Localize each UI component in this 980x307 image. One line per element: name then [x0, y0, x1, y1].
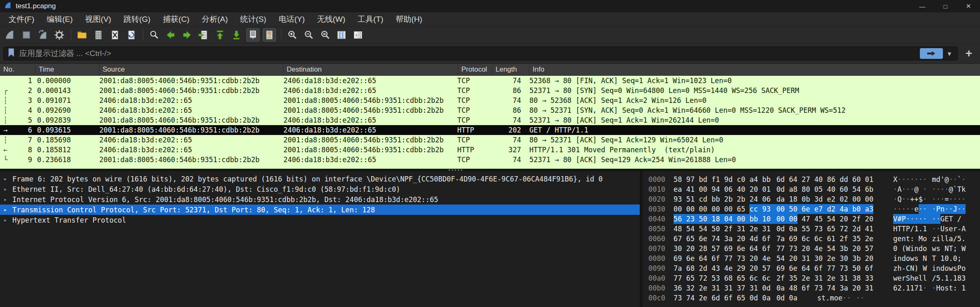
expand-arrow-icon[interactable]: ▸	[4, 186, 7, 192]
cell-destination: 2406:da18:b3d:e202::65	[280, 155, 455, 165]
minimize-button[interactable]: —	[911, 0, 934, 12]
column-header-info[interactable]: Info	[529, 64, 980, 75]
colorize-icon[interactable]	[263, 28, 276, 42]
hex-row-0080[interactable]: 0080 69 6e 64 6f 77 73 20 4e 54 20 31 30…	[648, 254, 980, 263]
apply-filter-button[interactable]	[920, 48, 943, 59]
hex-row-0040[interactable]: 0040 56 23 50 18 04 00 bb 10 00 00 47 45…	[648, 214, 980, 224]
detail-text: Transmission Control Protocol, Src Port:…	[12, 206, 375, 214]
column-header-no[interactable]: No.	[0, 64, 35, 75]
capture-stop-icon[interactable]	[20, 28, 33, 42]
detail-line-3[interactable]: ▸Transmission Control Protocol, Src Port…	[0, 205, 640, 215]
go-bottom-icon[interactable]	[230, 28, 243, 42]
reload-icon[interactable]	[125, 28, 138, 42]
find-packet-icon[interactable]	[147, 28, 161, 42]
column-header-destination[interactable]: Destination	[283, 64, 458, 75]
hex-row-0060[interactable]: 0060 67 65 6e 74 3a 20 4d 6f 7a 69 6c 6c…	[648, 234, 980, 244]
hex-row-00b0[interactable]: 00b0 36 32 2e 31 31 37 31 0d 0a 48 6f 73…	[648, 283, 980, 293]
cell-destination: 2406:da18:b3d:e202::65	[280, 115, 455, 125]
bookmark-icon[interactable]	[7, 48, 15, 59]
packet-row-2[interactable]: ┌20.0001432001:da8:8005:4060:546b:9351:c…	[0, 86, 980, 95]
horizontal-splitter[interactable]: ●●●●●	[0, 169, 980, 171]
menu-item-2[interactable]: 视图(V)	[79, 12, 117, 26]
cell-info: 80 → 52371 [ACK] Seq=1 Ack=129 Win=65024…	[526, 135, 980, 145]
packet-row-4[interactable]: ┆40.0926902406:da18:b3d:e202::652001:da8…	[0, 105, 980, 115]
expand-arrow-icon[interactable]: ▸	[4, 207, 7, 213]
window-controls: — □ ✕	[911, 0, 980, 12]
file-open-icon[interactable]	[75, 28, 89, 42]
zoom-in-icon[interactable]	[285, 28, 299, 42]
hex-row-0050[interactable]: 0050 48 54 54 50 2f 31 2e 31 0d 0a 55 73…	[648, 224, 980, 234]
menu-item-3[interactable]: 跳转(G)	[117, 12, 157, 26]
hex-row-00a0[interactable]: 00a0 77 65 72 53 68 65 6c 6c 2f 35 2e 31…	[648, 273, 980, 283]
detail-line-4[interactable]: ▸Hypertext Transfer Protocol	[0, 215, 640, 225]
column-header-time[interactable]: Time	[35, 64, 99, 75]
packet-row-7[interactable]: ┆70.1856982406:da18:b3d:e202::652001:da8…	[0, 135, 980, 145]
auto-scroll-icon[interactable]	[246, 28, 260, 42]
hex-row-00c0[interactable]: 00c0 73 74 2e 6d 6f 65 0d 0a 0d 0a st.mo…	[648, 293, 980, 303]
menu-item-4[interactable]: 捕获(C)	[157, 12, 195, 26]
expand-arrow-icon[interactable]: ▸	[4, 196, 7, 202]
titlebar: test1.pcapng — □ ✕	[0, 0, 980, 12]
cell-source: 2406:da18:b3d:e202::65	[96, 105, 280, 115]
hex-row-0090[interactable]: 0090 7a 68 2d 43 4e 29 20 57 69 6e 64 6f…	[648, 263, 980, 273]
expand-arrow-icon[interactable]: ▸	[4, 217, 7, 223]
filter-dropdown-caret[interactable]: ▼	[946, 50, 952, 57]
zoom-reset-icon[interactable]	[318, 28, 332, 42]
menu-item-10[interactable]: 帮助(H)	[390, 12, 428, 26]
menu-item-6[interactable]: 统计(S)	[234, 12, 272, 26]
hex-offset: 0090	[648, 263, 665, 273]
related-packet-marker: └	[0, 155, 11, 165]
svg-text:3: 3	[359, 35, 361, 38]
zoom-out-icon[interactable]	[302, 28, 315, 42]
apply-arrow-icon	[926, 51, 936, 56]
hex-offset: 0060	[648, 234, 665, 244]
detail-line-0[interactable]: ▸Frame 6: 202 bytes on wire (1616 bits),…	[0, 174, 640, 184]
packet-list: 10.0000002001:da8:8005:4060:546b:9351:cd…	[0, 76, 980, 169]
menu-item-5[interactable]: 分析(A)	[196, 12, 234, 26]
expand-arrow-icon[interactable]: ▸	[4, 176, 7, 182]
go-to-packet-icon[interactable]	[197, 28, 210, 42]
column-header-protocol[interactable]: Protocol	[458, 64, 492, 75]
resize-columns-icon[interactable]	[335, 28, 348, 42]
hex-row-0070[interactable]: 0070 30 20 28 57 69 6e 64 6f 77 73 20 4e…	[648, 244, 980, 254]
layout-123-icon[interactable]: 123	[351, 28, 365, 42]
detail-line-1[interactable]: ▸Ethernet II, Src: Dell_64:27:40 (a4:bb:…	[0, 184, 640, 194]
hex-offset: 00b0	[648, 283, 665, 293]
menu-item-7[interactable]: 电话(Y)	[272, 12, 311, 26]
column-header-length[interactable]: Length	[492, 64, 529, 75]
packet-row-5[interactable]: ┆50.0928392001:da8:8005:4060:546b:9351:c…	[0, 115, 980, 125]
hex-row-0000[interactable]: 0000 58 97 bd f1 9d c0 a4 bb 6d 64 27 40…	[648, 174, 980, 184]
file-close-icon[interactable]	[108, 28, 122, 42]
capture-options-icon[interactable]	[53, 28, 66, 42]
display-filter-input[interactable]: 应用显示过滤器 ... <Ctrl-/> ▼	[3, 47, 958, 60]
packet-row-1[interactable]: 10.0000002001:da8:8005:4060:546b:9351:cd…	[0, 76, 980, 86]
menu-item-9[interactable]: 工具(T)	[351, 12, 389, 26]
cell-no: 7	[11, 135, 32, 145]
packet-row-8[interactable]: ←80.1858122406:da18:b3d:e202::652001:da8…	[0, 145, 980, 155]
add-filter-button[interactable]: +	[962, 47, 976, 60]
go-back-icon[interactable]	[164, 28, 177, 42]
menu-item-1[interactable]: 编辑(E)	[40, 12, 79, 26]
column-header-source[interactable]: Source	[99, 64, 283, 75]
capture-restart-icon[interactable]	[36, 28, 49, 42]
hex-row-0010[interactable]: 0010 ea 41 00 94 06 40 20 01 0d a8 80 05…	[648, 184, 980, 194]
packet-row-3[interactable]: ┆30.0910712406:da18:b3d:e202::652001:da8…	[0, 95, 980, 105]
vertical-splitter[interactable]	[640, 171, 643, 307]
go-top-icon[interactable]	[213, 28, 227, 42]
cell-info: HTTP/1.1 301 Moved Permanently (text/pla…	[526, 145, 980, 155]
menu-item-0[interactable]: 文件(F)	[2, 12, 40, 26]
filter-bar: 应用显示过滤器 ... <Ctrl-/> ▼ +	[0, 44, 980, 63]
packet-row-6[interactable]: →60.0936152001:da8:8005:4060:546b:9351:c…	[0, 125, 980, 135]
menu-item-8[interactable]: 无线(W)	[311, 12, 352, 26]
file-save-icon[interactable]	[92, 28, 105, 42]
hex-row-0030[interactable]: 0030 00 00 00 00 00 65 cc 93 00 50 6e e7…	[648, 204, 980, 214]
cell-destination: 2406:da18:b3d:e202::65	[280, 125, 455, 135]
packet-row-9[interactable]: └90.2366182001:da8:8005:4060:546b:9351:c…	[0, 155, 980, 165]
capture-start-icon[interactable]	[3, 28, 16, 42]
go-forward-icon[interactable]	[180, 28, 194, 42]
splitter-grip[interactable]: ●●●●●	[448, 169, 463, 171]
detail-line-2[interactable]: ▸Internet Protocol Version 6, Src: 2001:…	[0, 194, 640, 205]
hex-row-0020[interactable]: 0020 93 51 cd bb 2b 2b 24 06 da 18 0b 3d…	[648, 194, 980, 204]
close-button[interactable]: ✕	[957, 0, 980, 12]
maximize-button[interactable]: □	[934, 0, 957, 12]
